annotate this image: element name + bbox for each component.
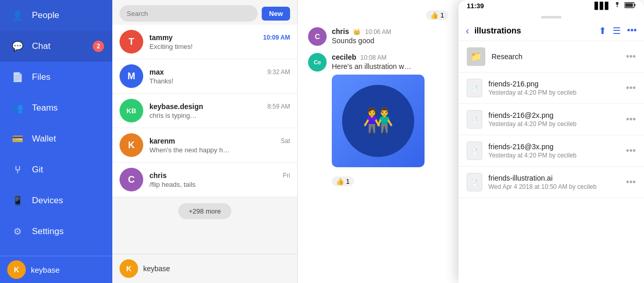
file-more-icon[interactable]: ••• [626, 146, 636, 156]
sidebar-item-label: Wallet [32, 134, 56, 144]
message-text: Sounds good [332, 37, 448, 45]
file-icon: 📄 [467, 142, 482, 160]
bottom-avatar: K [120, 259, 138, 278]
list-item[interactable]: C chris Fri /flip heads, tails [112, 163, 297, 197]
chat-list-panel: New T tammy 10:09 AM Exciting times! M m… [112, 0, 298, 283]
avatar: Ce [308, 53, 327, 72]
file-meta: Yesterday at 4:20 PM by cecileb [488, 89, 626, 96]
sidebar-item-label: Chat [32, 41, 50, 51]
sidebar-bottom-user[interactable]: K keybase [0, 256, 112, 283]
svg-rect-2 [625, 4, 633, 7]
illustration-circle: 👫 [342, 85, 414, 157]
message-content: cecileb 10:08 AM Here's an illustration … [332, 53, 448, 167]
folder-item[interactable]: 📁 Research ••• [459, 41, 644, 73]
file-more-icon[interactable]: ••• [626, 177, 636, 188]
sidebar-item-git[interactable]: ⑂ Git [0, 154, 112, 185]
sidebar-item-chat[interactable]: 💬 Chat 2 [0, 31, 112, 62]
sidebar-item-label: Git [32, 165, 43, 175]
illustration-preview: 👫 [332, 75, 425, 167]
filter-icon[interactable]: ☰ [613, 25, 621, 37]
bottom-user-name: keybase [143, 264, 170, 273]
chat-preview: Thanks! [149, 77, 290, 85]
chat-preview: Exciting times! [149, 43, 290, 50]
sidebar-item-people[interactable]: 👤 People [0, 0, 112, 31]
list-item[interactable]: K karenm Sat When's the next happy h… [112, 128, 297, 163]
mobile-status-icons: ▋▋▋ [595, 2, 636, 10]
signal-icon: ▋▋▋ [595, 2, 610, 10]
file-more-icon[interactable]: ••• [626, 83, 636, 94]
message-time: 10:08 AM [360, 54, 386, 61]
file-info: friends-216.png Yesterday at 4:20 PM by … [488, 80, 626, 96]
more-options-icon[interactable]: ••• [627, 25, 637, 37]
sidebar-item-files[interactable]: 📄 Files [0, 62, 112, 93]
reaction-pill-bottom[interactable]: 👍 1 [332, 176, 354, 186]
chat-name: karenm [149, 137, 175, 145]
search-input[interactable] [120, 5, 258, 22]
sidebar: 👤 People 💬 Chat 2 📄 Files 👥 Teams 💳 Wall… [0, 0, 112, 283]
more-chats-button[interactable]: +298 more [178, 203, 231, 219]
chat-item-info: tammy 10:09 AM Exciting times! [149, 33, 290, 50]
message-sender: cecileb [332, 53, 356, 61]
mobile-panel: 11:39 ▋▋▋ ‹ illustrations ⬆ ☰ ••• 📁 Rese… [459, 0, 644, 283]
sidebar-item-teams[interactable]: 👥 Teams [0, 93, 112, 123]
file-name: friends-216@2x.png [488, 111, 626, 119]
chat-name: max [149, 68, 164, 76]
chat-messages: 👍 1 C chris 👑 10:06 AM Sounds good Ce ce… [298, 0, 459, 283]
list-item[interactable]: M max 9:32 AM Thanks! [112, 59, 297, 94]
chat-item-info: max 9:32 AM Thanks! [149, 68, 290, 85]
sidebar-item-label: Files [32, 72, 50, 82]
folder-more-icon[interactable]: ••• [626, 51, 636, 62]
bottom-reaction: 👍 1 [332, 174, 448, 186]
chat-time: 8:59 AM [267, 103, 290, 110]
sidebar-item-label: Settings [32, 226, 63, 237]
chat-time: 10:09 AM [263, 34, 290, 41]
wifi-icon [613, 2, 621, 10]
upload-icon[interactable]: ⬆ [599, 25, 606, 37]
file-icon: 📄 [467, 173, 482, 191]
folder-name: Research [492, 52, 626, 61]
chat-preview: /flip heads, tails [149, 181, 290, 188]
file-icon: 📄 [467, 110, 482, 129]
folder-info: Research [492, 52, 626, 61]
file-info: friends-216@2x.png Yesterday at 4:20 PM … [488, 111, 626, 128]
chat-item-info: chris Fri /flip heads, tails [149, 171, 290, 188]
sidebar-item-wallet[interactable]: 💳 Wallet [0, 123, 112, 154]
message-sender: chris [332, 27, 349, 36]
sidebar-item-devices[interactable]: 📱 Devices [0, 185, 112, 216]
list-item[interactable]: 📄 friends-illustration.ai Wed Apr 4 2018… [459, 167, 644, 198]
reaction-pill[interactable]: 👍 1 [426, 10, 448, 20]
file-more-icon[interactable]: ••• [626, 114, 636, 125]
list-item[interactable]: 📄 friends-216@2x.png Yesterday at 4:20 P… [459, 104, 644, 135]
sidebar-item-settings[interactable]: ⚙ Settings [0, 216, 112, 247]
avatar: T [120, 30, 143, 54]
mobile-time: 11:39 [467, 2, 484, 10]
file-name: friends-illustration.ai [488, 174, 626, 182]
list-item[interactable]: KB keybase.design 8:59 AM chris is typin… [112, 94, 297, 128]
teams-icon: 👥 [10, 101, 25, 115]
new-chat-button[interactable]: New [262, 7, 290, 21]
message-row: Ce cecileb 10:08 AM Here's an illustrati… [308, 53, 448, 167]
svg-rect-1 [635, 4, 636, 6]
list-item[interactable]: 📄 friends-216.png Yesterday at 4:20 PM b… [459, 73, 644, 104]
avatar: K [120, 133, 143, 157]
chat-preview: chris is typing… [149, 112, 290, 119]
crown-icon: 👑 [353, 28, 361, 36]
chat-icon: 💬 [10, 39, 25, 54]
top-reaction: 👍 1 [308, 8, 448, 20]
list-item[interactable]: T tammy 10:09 AM Exciting times! [112, 25, 297, 59]
avatar: C [120, 168, 143, 191]
file-icon: 📄 [467, 79, 482, 97]
message-row: C chris 👑 10:06 AM Sounds good [308, 27, 448, 46]
file-info: friends-216@3x.png Yesterday at 4:20 PM … [488, 143, 626, 159]
chat-badge: 2 [93, 41, 104, 52]
mobile-nav-actions: ⬆ ☰ ••• [599, 25, 637, 37]
file-meta: Yesterday at 4:20 PM by cecileb [488, 152, 626, 159]
list-item[interactable]: 📄 friends-216@3x.png Yesterday at 4:20 P… [459, 135, 644, 167]
sidebar-item-label: Teams [32, 103, 58, 113]
back-button[interactable]: ‹ [466, 25, 469, 37]
avatar: M [120, 64, 143, 88]
message-header: cecileb 10:08 AM [332, 53, 448, 61]
sidebar-item-label: Devices [32, 196, 63, 206]
chat-time: Fri [283, 172, 290, 179]
git-icon: ⑂ [10, 163, 25, 177]
